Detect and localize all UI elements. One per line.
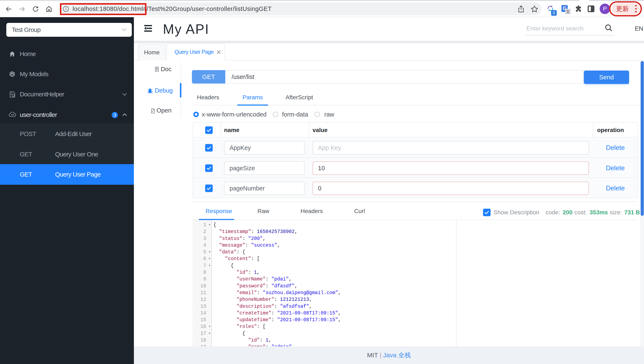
svg-text:API: API xyxy=(11,114,14,116)
